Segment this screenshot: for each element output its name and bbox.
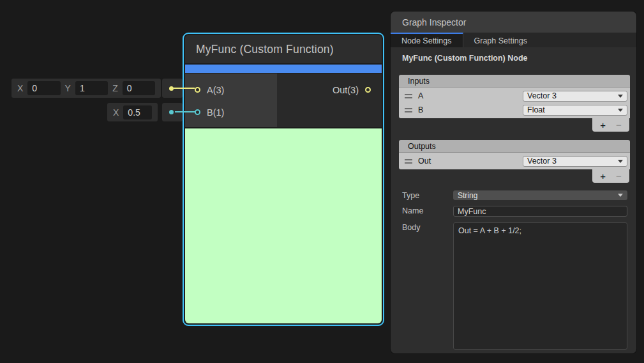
vector3-value-widget: X 0 Y 1 Z 0	[11, 79, 161, 98]
drag-handle-icon[interactable]	[405, 108, 412, 112]
outputs-list-rows: Out Vector 3	[399, 153, 630, 169]
input-port-row: A(3)	[185, 79, 277, 101]
input-a-name: A	[418, 91, 423, 100]
body-field[interactable]: Out = A + B + 1/2;	[453, 222, 627, 350]
inputs-list-footer: + −	[592, 118, 629, 132]
inputs-list-header: Inputs	[399, 75, 630, 88]
node-settings-form: Type String Name Body Out = A + B + 1/2;	[391, 190, 636, 350]
x-axis-label: X	[17, 83, 23, 93]
output-port-row: Out(3)	[277, 79, 382, 101]
inspector-title: Graph Inspector	[391, 12, 636, 33]
type-dropdown[interactable]: String	[453, 190, 627, 200]
inputs-list: Inputs A Vector 3 B Float	[399, 75, 630, 132]
chevron-down-icon	[618, 194, 623, 197]
drag-handle-icon[interactable]	[405, 159, 412, 164]
edge-vector3-to-a[interactable]	[174, 88, 195, 89]
z-value-field[interactable]: 0	[123, 81, 155, 95]
edge-float-to-b[interactable]	[175, 111, 196, 112]
name-label: Name	[402, 206, 453, 215]
float-value-field[interactable]: 0.5	[123, 105, 152, 120]
node-accent-bar	[185, 65, 382, 73]
port-a-label: A(3)	[207, 85, 224, 95]
node-output-ports: Out(3)	[277, 73, 382, 127]
vector3-output-port-icon[interactable]	[169, 86, 174, 91]
body-label: Body	[402, 222, 453, 232]
float-output-port-icon[interactable]	[169, 110, 174, 114]
port-out-icon[interactable]	[365, 87, 371, 93]
output-out-name: Out	[418, 157, 431, 166]
input-a-type-value: Vector 3	[527, 91, 557, 100]
input-a-type-dropdown[interactable]: Vector 3	[523, 91, 627, 102]
tab-node-settings[interactable]: Node Settings	[391, 33, 463, 47]
add-input-button[interactable]: +	[600, 120, 606, 130]
custom-function-node[interactable]: MyFunc (Custom Function) A(3) B(1) Out(3…	[183, 33, 384, 326]
x-axis-label: X	[113, 107, 119, 118]
x-value-field[interactable]: 0	[27, 81, 60, 95]
z-axis-label: Z	[112, 83, 118, 93]
inspector-heading: MyFunc (Custom Function) Node	[402, 54, 636, 63]
output-out-type-value: Vector 3	[527, 157, 557, 166]
port-out-label: Out(3)	[333, 85, 359, 95]
y-axis-label: Y	[65, 83, 71, 93]
chevron-down-icon	[618, 109, 623, 112]
input-b-name: B	[418, 105, 423, 114]
input-b-type-dropdown[interactable]: Float	[523, 105, 627, 116]
list-item[interactable]: Out Vector 3	[399, 154, 630, 168]
node-title: MyFunc (Custom Function)	[185, 35, 382, 63]
drag-handle-icon[interactable]	[405, 94, 412, 98]
type-label: Type	[402, 190, 453, 200]
y-value-field[interactable]: 1	[75, 81, 108, 95]
input-b-type-value: Float	[527, 105, 545, 114]
float-value-widget: X 0.5	[107, 103, 158, 121]
output-out-type-dropdown[interactable]: Vector 3	[523, 156, 627, 167]
outputs-list-footer: + −	[592, 169, 629, 183]
name-field[interactable]	[453, 206, 627, 217]
remove-input-button[interactable]: −	[616, 120, 622, 130]
chevron-down-icon	[618, 95, 623, 98]
node-port-section: A(3) B(1) Out(3)	[185, 73, 382, 127]
inputs-list-rows: A Vector 3 B Float	[399, 88, 630, 118]
port-b-label: B(1)	[207, 107, 224, 118]
shader-graph-canvas[interactable]: X 0 Y 1 Z 0 X 0.5 MyFunc (Custom Functio…	[0, 0, 644, 363]
graph-inspector-panel: Graph Inspector Node Settings Graph Sett…	[391, 12, 636, 353]
input-port-row: B(1)	[185, 101, 277, 123]
inspector-tab-bar: Node Settings Graph Settings	[391, 33, 636, 47]
chevron-down-icon	[618, 160, 623, 163]
list-item[interactable]: B Float	[399, 103, 630, 117]
remove-output-button[interactable]: −	[616, 171, 622, 182]
add-output-button[interactable]: +	[600, 171, 606, 182]
outputs-list: Outputs Out Vector 3 + −	[399, 140, 630, 183]
node-input-ports: A(3) B(1)	[185, 73, 277, 127]
list-item[interactable]: A Vector 3	[399, 89, 630, 103]
outputs-list-header: Outputs	[399, 140, 630, 153]
type-value: String	[458, 191, 477, 200]
port-a-icon[interactable]	[195, 87, 200, 93]
node-preview-area	[185, 128, 382, 323]
tab-graph-settings[interactable]: Graph Settings	[463, 33, 538, 47]
